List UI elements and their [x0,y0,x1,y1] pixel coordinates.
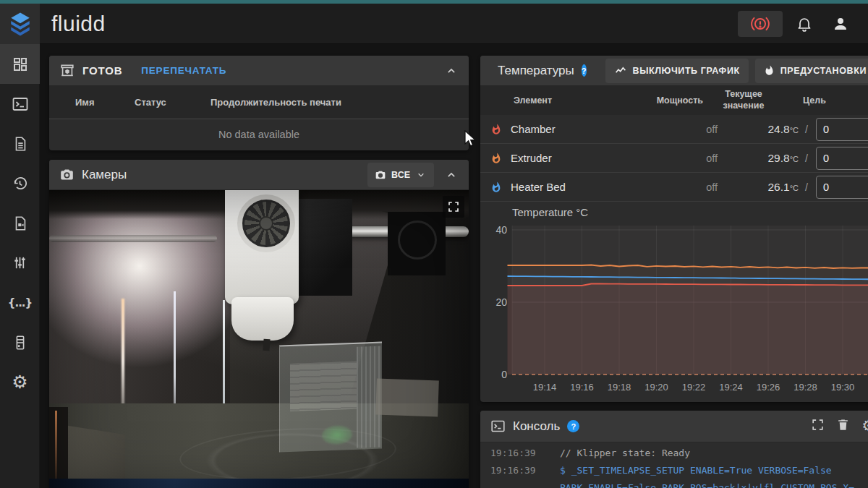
collapse-camera-button[interactable] [444,168,459,182]
console-fullscreen-button[interactable] [811,418,825,435]
emergency-stop-button[interactable] [738,11,783,37]
fluidd-logo[interactable] [0,4,40,44]
fluidd-logo-icon [8,12,33,36]
console-panel-header: Консоль ? ⚙ [480,411,868,442]
console-settings-button[interactable]: ⚙ [861,419,868,434]
temps-table-header: Элемент Мощность Текущее значение Цель [480,86,868,115]
camera-panel-title: Камеры [82,168,127,182]
temperature-chart-wrap: 19:1419:1619:1819:2019:2219:2419:2619:28… [480,202,868,402]
user-button[interactable] [826,9,855,38]
camera-icon [59,167,75,182]
collapse-status-button[interactable] [444,64,459,78]
flame-icon [490,124,502,135]
webcam-decoration [49,190,469,488]
temperatures-panel: Температуры ? ВЫКЛЮЧИТЬ ГРАФИК ПРЕДУСТАН… [480,56,868,402]
console-help-button[interactable]: ? [567,420,579,432]
temperatures-panel-header: Температуры ? ВЫКЛЮЧИТЬ ГРАФИК ПРЕДУСТАН… [480,56,868,86]
emergency-stop-icon [751,14,770,33]
jobs-col-duration: Продолжительность печати [210,97,341,108]
temps-col-target: Цель [784,95,868,106]
heater-target-input[interactable]: 0°C [816,147,868,170]
value-separator: / [799,124,814,135]
svg-text:40: 40 [495,224,507,236]
temps-col-current: Текущее значение [703,89,784,111]
heater-current-value: 24.8°C [718,123,799,136]
reprint-button[interactable]: ПЕРЕПЕЧАТАТЬ [141,65,226,76]
svg-text:19:28: 19:28 [793,382,817,393]
console-line: PARK_ENABLE=False PARK_POS=back|x|y|fl C… [490,479,868,488]
flame-icon [764,65,775,76]
svg-text:0: 0 [501,369,507,380]
svg-text:19:30: 19:30 [831,382,855,393]
gear-icon: ⚙ [861,417,868,435]
temperatures-help-button[interactable]: ? [582,64,587,77]
sidebar-item-console[interactable] [0,84,40,124]
fullscreen-icon [447,200,460,213]
camera-select-button[interactable]: ВСЕ [367,163,434,187]
heater-target-input[interactable]: 0°C [816,176,868,199]
sidebar-nav: {...} ⚙ [0,44,40,488]
camera-panel: Камеры ВСЕ [49,160,469,488]
macros-braces-icon: {...} [8,296,32,309]
sidebar-item-tune[interactable] [0,243,40,283]
timelapse-file-icon [12,215,28,231]
svg-text:19:26: 19:26 [757,382,780,393]
settings-gear-icon: ⚙ [12,373,27,391]
temperatures-panel-title: Температуры [498,64,574,78]
console-clear-button[interactable] [836,418,850,435]
console-icon [490,419,506,434]
heater-power: off [667,124,718,135]
value-separator: / [799,153,814,164]
jobs-table-header: Имя Статус Продолжительность печати [49,86,469,119]
page-title: fluidd [51,12,106,36]
temps-col-item: Элемент [514,95,652,106]
console-log[interactable]: 19:16:39// Klipper state: Ready19:16:39$… [480,442,868,488]
console-icon [12,95,29,113]
trash-icon [836,418,850,432]
jobs-empty-row: No data available [49,119,469,150]
sidebar-item-macros[interactable]: {...} [0,283,40,322]
svg-text:19:18: 19:18 [608,382,631,393]
notifications-button[interactable] [790,9,819,38]
console-panel-title: Консоль [513,419,560,434]
sidebar-item-system[interactable] [0,322,40,362]
heater-name: Chamber [511,123,667,135]
svg-text:19:16: 19:16 [570,382,594,393]
dashboard-icon [12,56,29,73]
sidebar-item-settings[interactable]: ⚙ [0,362,40,402]
camera-small-icon [375,169,386,181]
chevron-up-icon [444,168,459,182]
history-icon [12,175,28,192]
svg-text:Temperature °C: Temperature °C [512,206,588,218]
jobs-col-name: Имя [75,97,135,108]
temp-row-chamber: Chamberoff24.8°C/0°C [480,115,868,144]
svg-text:19:20: 19:20 [644,382,668,393]
webcam-fullscreen-button[interactable] [443,196,464,218]
toggle-chart-button[interactable]: ВЫКЛЮЧИТЬ ГРАФИК [605,59,749,83]
sidebar-item-jobs[interactable] [0,124,40,163]
svg-text:19:24: 19:24 [719,382,743,393]
heater-name: Heater Bed [511,181,667,193]
line-chart-icon [614,64,627,77]
status-panel: ГОТОВ ПЕРЕПЕЧАТАТЬ Имя Статус Продолжите… [49,56,469,150]
console-panel: Консоль ? ⚙ 19:16:39// Klipper state: Re… [480,411,868,488]
heater-name: Extruder [511,152,667,164]
temperature-chart: 19:1419:1619:1819:2019:2219:2419:2619:28… [480,202,868,402]
system-icon [12,335,28,351]
camera-panel-header: Камеры ВСЕ [49,160,469,190]
presets-button[interactable]: ПРЕДУСТАНОВКИ [755,59,868,83]
chevron-up-icon [444,64,459,78]
heater-target-input[interactable]: 0°C [816,118,868,141]
svg-text:19:14: 19:14 [533,382,557,393]
status-panel-header: ГОТОВ ПЕРЕПЕЧАТАТЬ [49,56,469,86]
app-bar: fluidd [0,4,868,44]
svg-text:19:22: 19:22 [682,382,706,393]
jobs-col-status: Статус [135,97,210,108]
heater-current-value: 29.8°C [718,152,799,165]
sidebar-item-timelapse[interactable] [0,203,40,243]
sidebar-item-history[interactable] [0,163,40,203]
sidebar-item-dashboard[interactable] [0,44,40,84]
chevron-down-icon [415,169,427,181]
jobs-file-icon [12,136,28,152]
top-accent-strip [0,0,868,4]
